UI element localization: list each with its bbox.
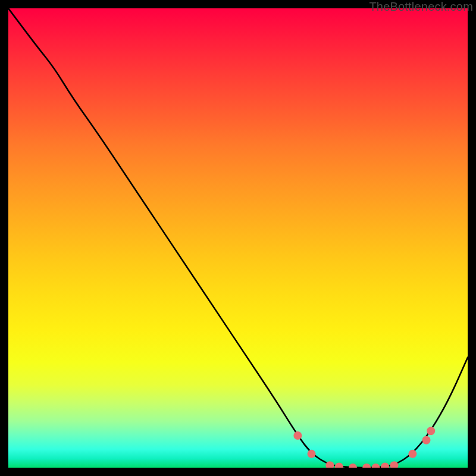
curve-marker [308,450,316,458]
attribution-label: TheBottleneck.com [369,0,473,14]
curve-marker [427,427,435,435]
curve-layer [8,8,468,468]
plot-area [8,8,468,468]
chart-container [8,8,468,468]
bottleneck-curve [8,8,468,468]
marker-group [293,427,435,468]
curve-marker [372,464,380,468]
curve-marker [408,450,416,458]
curve-marker [381,462,389,468]
curve-marker [293,431,302,440]
curve-marker [335,462,343,468]
curve-marker [362,464,371,468]
curve-marker [422,436,431,444]
curve-marker [349,464,357,468]
